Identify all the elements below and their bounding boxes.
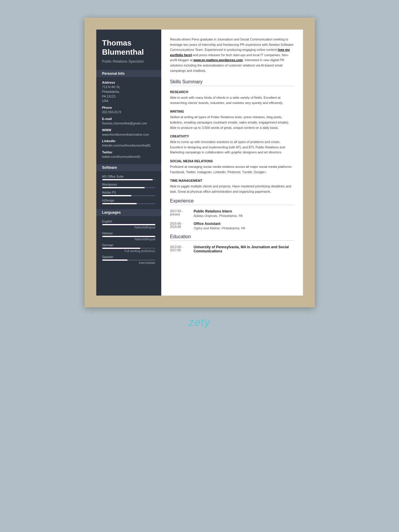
education-date: 2012-08 -2017-05 [170, 245, 194, 253]
main-content: Results-driven Penn graduate in Journali… [161, 30, 303, 296]
experience-entry: 2017-09 -presentPublic Relations InternA… [170, 209, 294, 218]
experience-company: Ogilvy and Mather, Philadelphia, PA [194, 226, 245, 230]
languages-header: Languages [96, 209, 161, 216]
twitter-value: twitter.com/thommybloom81 [102, 155, 155, 159]
experience-list: 2017-09 -presentPublic Relations InternA… [170, 209, 294, 230]
language-name: German [102, 243, 155, 247]
software-name: Wordpress [102, 183, 155, 186]
software-bar-bg [102, 195, 155, 196]
www-value: www.thomblumenthalcreative.com [102, 132, 155, 137]
resume-container: Thomas Blumenthal Public Relations Speci… [96, 30, 303, 296]
phone-value: 202-555-0173 [102, 110, 155, 115]
twitter-label: Twitter [102, 150, 155, 154]
email-value: thomas.j.blumenthal@gmail.com [102, 121, 155, 126]
experience-title: Office Assistant [194, 222, 245, 226]
skills-title: Skills Summary [170, 79, 294, 86]
software-bar-fill [102, 203, 137, 204]
skill-description: Skilled at writing all types of Public R… [170, 115, 294, 130]
sidebar: Thomas Blumenthal Public Relations Speci… [96, 30, 161, 296]
skill-category: CREATIVITY [170, 134, 294, 138]
candidate-name: Thomas Blumenthal [102, 38, 155, 57]
skill-description: Proficient at managing social media rela… [170, 164, 294, 175]
experience-date: 2017-09 -present [170, 209, 194, 218]
language-bar-bg [102, 248, 155, 249]
portfolio-link[interactable]: (see my portfolio here) [170, 48, 290, 57]
experience-company: Adidas Originals, Philadelphia, PA [194, 214, 243, 218]
software-name: MS Office Suite [102, 175, 155, 178]
language-item: GermanFull working proficiency [102, 243, 155, 253]
software-bar-fill [102, 179, 153, 180]
language-bar-bg [102, 224, 155, 225]
language-level: Intermediate [102, 261, 155, 265]
language-name: Hebrew [102, 231, 155, 235]
brand-footer: zety [188, 316, 210, 329]
software-bar-bg [102, 203, 155, 204]
experience-detail: Public Relations InternAdidas Originals,… [194, 209, 243, 218]
software-item: Wordpress [102, 183, 155, 188]
summary-text: Results-driven Penn graduate in Journali… [170, 37, 294, 73]
language-level: Native/billingual [102, 238, 155, 241]
skill-description: Able to come up with innovative solution… [170, 140, 294, 155]
language-level: Full working proficiency [102, 249, 155, 253]
personal-info-header: Personal Info [96, 70, 161, 77]
software-item: InDesign [102, 199, 155, 204]
education-title: University of Pennsylvania, MA in Journa… [194, 245, 294, 253]
language-item: HebrewNative/billingual [102, 231, 155, 241]
phone-label: Phone [102, 106, 155, 109]
software-bar-fill [102, 187, 145, 188]
skill-category: RESEARCH [170, 90, 294, 94]
skills-list: RESEARCHAble to work with many kinds of … [170, 90, 294, 194]
experience-entry: 2015-06 -2015-08Office AssistantOgilvy a… [170, 222, 294, 230]
skill-category: SOCIAL MEDIA RELATIONS [170, 159, 294, 163]
software-item: MS Office Suite [102, 175, 155, 180]
language-bar-fill [102, 259, 128, 261]
experience-detail: Office AssistantOgilvy and Mather, Phila… [194, 222, 245, 230]
software-bar-fill [102, 195, 131, 196]
software-bar-bg [102, 187, 155, 188]
email-label: E-mail [102, 117, 155, 121]
skill-description: Able to juggle multiple clients and proj… [170, 184, 294, 194]
education-entry: 2012-08 -2017-05University of Pennsylvan… [170, 245, 294, 253]
experience-date: 2015-06 -2015-08 [170, 222, 194, 230]
language-level: Native/billingual [102, 226, 155, 229]
language-bar-fill [102, 248, 141, 249]
software-item: Adobe PS [102, 191, 155, 196]
experience-title: Public Relations Intern [194, 209, 243, 213]
language-bar-bg [102, 236, 155, 237]
skill-category: TIME MANAGEMENT [170, 179, 294, 182]
language-bar-fill [102, 224, 155, 225]
software-bar-bg [102, 179, 155, 180]
page-background: Thomas Blumenthal Public Relations Speci… [84, 18, 315, 307]
linkedin-label: LinkedIn [102, 139, 155, 143]
language-item: SpanishIntermediate [102, 255, 155, 265]
language-item: EnglishNative/billingual [102, 220, 155, 229]
www-label: WWW [102, 128, 155, 132]
language-bar-bg [102, 259, 155, 261]
language-bars: EnglishNative/billingualHebrewNative/bil… [102, 220, 155, 265]
blog-link[interactable]: www.pr-matters.wordpress.com [193, 58, 243, 62]
language-name: Spanish [102, 255, 155, 259]
software-header: Software [96, 164, 161, 171]
language-name: English [102, 220, 155, 223]
linkedin-value: linkedin.com/me/thomblumenthal81 [102, 143, 155, 148]
software-name: Adobe PS [102, 191, 155, 194]
education-title: Education [170, 234, 294, 241]
software-bars: MS Office SuiteWordpressAdobe PSInDesign [102, 175, 155, 204]
experience-title: Experience [170, 198, 294, 205]
address-label: Address [102, 81, 155, 84]
address-value: 713 N 4th St,Philadelphia,PA 19123,USA [102, 85, 155, 103]
software-name: InDesign [102, 199, 155, 202]
education-list: 2012-08 -2017-05University of Pennsylvan… [170, 245, 294, 253]
skill-category: WRITING [170, 110, 294, 113]
candidate-title: Public Relations Specialist [102, 59, 155, 64]
skill-description: Able to work with many kinds of clients … [170, 95, 294, 106]
language-bar-fill [102, 236, 155, 237]
